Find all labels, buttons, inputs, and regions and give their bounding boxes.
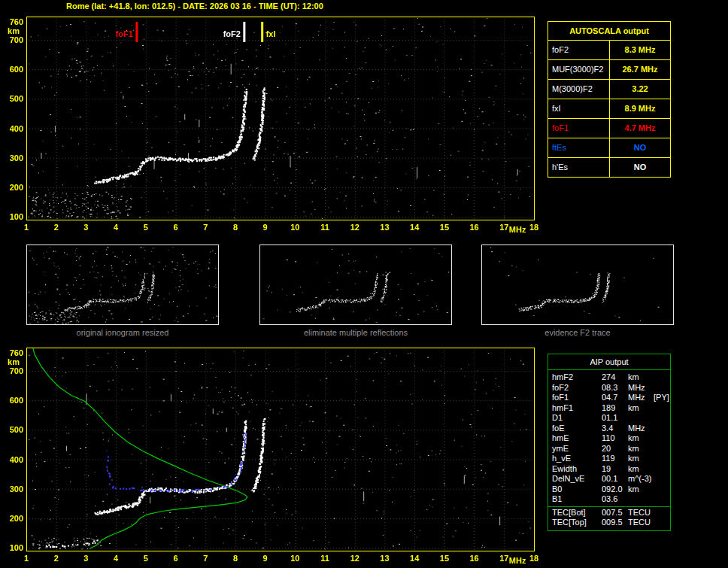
param-unit — [626, 494, 654, 505]
param-value: 01.1 — [602, 413, 626, 424]
param-unit: km — [626, 372, 654, 383]
param-label: foF1 — [548, 393, 602, 403]
param-label: foE — [548, 424, 602, 434]
table-row: hmF2 274 km — [548, 372, 670, 383]
param-unit: MHz — [626, 424, 654, 434]
ionogram-plot — [0, 11, 544, 236]
param-note — [654, 413, 670, 424]
table-row: h'Es NO — [548, 158, 670, 177]
param-value: 03.6 — [602, 494, 626, 505]
param-label: ymE — [548, 444, 602, 454]
table-row: fxI 8.9 MHz — [548, 99, 670, 119]
table-row: hmF1 189 km — [548, 403, 670, 414]
param-value: 8.9 MHz — [610, 99, 670, 118]
param-label: ftEs — [548, 138, 610, 157]
table-row: DelN_vE 00.1 m^(-3) — [548, 474, 670, 484]
param-note: [PY] — [654, 393, 670, 403]
param-value: 274 — [602, 372, 626, 383]
thumbnail-original-ionogram — [26, 245, 219, 325]
param-note — [654, 433, 670, 444]
param-unit: m^(-3) — [626, 474, 654, 484]
thumbnail-multiple-reflections-removed — [259, 245, 452, 325]
param-label: foF1 — [548, 119, 610, 138]
param-label: foF2 — [548, 383, 602, 393]
param-label: MUF(3000)F2 — [548, 60, 610, 79]
param-value: 20 — [602, 444, 626, 454]
param-unit: km — [626, 464, 654, 475]
param-note — [654, 444, 670, 454]
param-unit — [626, 413, 654, 424]
param-label: fxI — [548, 99, 610, 118]
table-row: hmE 110 km — [548, 433, 670, 444]
param-label: hmF2 — [548, 372, 602, 383]
param-label: Ewidth — [548, 464, 602, 475]
table-row: B1 03.6 — [548, 494, 670, 505]
aip-profile-plot — [0, 342, 544, 567]
table-row: TEC[Bot] 007.5 TECU — [548, 506, 670, 518]
thumbnail-caption: eliminate multiple reflections — [259, 328, 452, 337]
param-note — [654, 383, 670, 393]
table-row: Ewidth 19 km — [548, 464, 670, 475]
aip-output-panel: AIP output hmF2 274 km foF2 08.3 MHz foF… — [548, 354, 671, 531]
table-row: MUF(3000)F2 26.7 MHz — [548, 60, 670, 80]
table-row: ftEs NO — [548, 138, 670, 158]
param-label: B1 — [548, 494, 602, 505]
param-note — [654, 494, 670, 505]
param-value: 189 — [602, 403, 626, 414]
table-row: M(3000)F2 3.22 — [548, 80, 670, 99]
table-row: D1 01.1 — [548, 413, 670, 424]
param-value: 26.7 MHz — [610, 60, 670, 79]
param-label: h'Es — [548, 158, 610, 177]
param-label: TEC[Top] — [548, 518, 602, 528]
param-note — [654, 424, 670, 434]
param-value: 3.4 — [602, 424, 626, 434]
table-row: B0 092.0 km — [548, 484, 670, 495]
param-label: B0 — [548, 484, 602, 495]
table-row: foF2 08.3 MHz — [548, 383, 670, 393]
param-label: h_vE — [548, 454, 602, 464]
param-unit: MHz — [626, 383, 654, 393]
table-row: ymE 20 km — [548, 444, 670, 454]
param-unit: km — [626, 484, 654, 495]
station-date-header: Rome (lat: +41.8, lon: 012.5) - DATE: 20… — [66, 2, 323, 11]
param-note — [654, 518, 670, 528]
autoscala-panel-title: AUTOSCALA output — [548, 22, 670, 41]
param-note — [654, 484, 670, 495]
param-note — [654, 508, 670, 518]
table-row: foF1 4.7 MHz — [548, 119, 670, 138]
param-value: 04.7 — [602, 393, 626, 403]
param-label: D1 — [548, 413, 602, 424]
param-note — [654, 372, 670, 383]
param-label: M(3000)F2 — [548, 80, 610, 99]
param-note — [654, 464, 670, 475]
param-unit: TECU — [626, 508, 654, 518]
param-value: 119 — [602, 454, 626, 464]
table-row: h_vE 119 km — [548, 454, 670, 464]
param-label: TEC[Bot] — [548, 508, 602, 518]
param-note — [654, 474, 670, 484]
autoscala-app-window: Rome (lat: +41.8, lon: 012.5) - DATE: 20… — [0, 0, 728, 568]
param-value: NO — [610, 158, 670, 177]
table-row: TEC[Top] 009.5 TECU — [548, 518, 670, 528]
table-row: foE 3.4 MHz — [548, 424, 670, 434]
param-unit: TECU — [626, 518, 654, 528]
aip-panel-title: AIP output — [548, 354, 670, 370]
param-value: 110 — [602, 433, 626, 444]
param-value: 8.3 MHz — [610, 41, 670, 59]
param-label: hmE — [548, 433, 602, 444]
param-unit: km — [626, 444, 654, 454]
param-value: 19 — [602, 464, 626, 475]
thumbnail-caption: evidence F2 trace — [481, 328, 674, 337]
param-value: 4.7 MHz — [610, 119, 670, 138]
aip-rows: hmF2 274 km foF2 08.3 MHz foF1 04.7 MHz … — [548, 370, 670, 530]
param-value: 007.5 — [602, 508, 626, 518]
param-label: hmF1 — [548, 403, 602, 414]
param-note — [654, 454, 670, 464]
autoscala-output-panel: AUTOSCALA output foF2 8.3 MHz MUF(3000)F… — [548, 21, 671, 178]
param-value: 092.0 — [602, 484, 626, 495]
thumbnail-f2-trace-evidence — [481, 245, 674, 325]
param-label: DelN_vE — [548, 474, 602, 484]
thumbnail-caption: original ionogram resized — [26, 328, 219, 337]
param-unit: km — [626, 403, 654, 414]
param-label: foF2 — [548, 41, 610, 59]
